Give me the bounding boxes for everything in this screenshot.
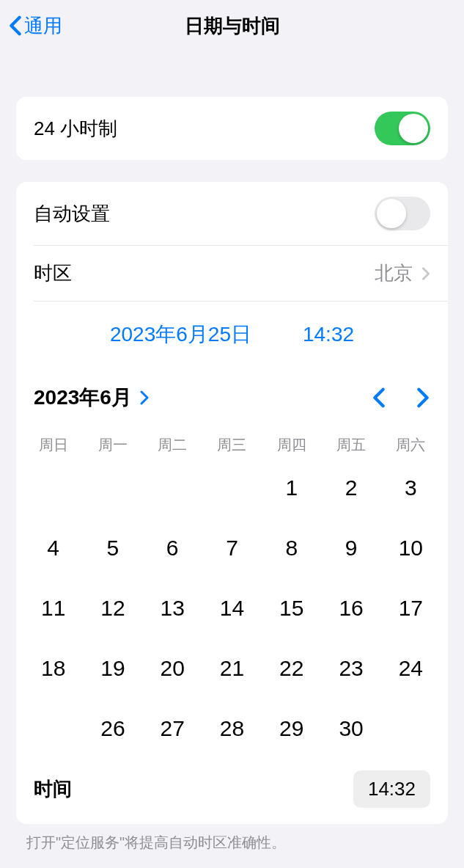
- weekday-label: 周二: [143, 431, 202, 459]
- day-empty: [143, 467, 202, 509]
- day-cell[interactable]: 6: [143, 527, 202, 569]
- day-cell[interactable]: 22: [262, 647, 321, 690]
- timezone-row[interactable]: 时区 北京: [16, 246, 448, 301]
- next-month-button[interactable]: [416, 387, 430, 408]
- day-cell[interactable]: 4: [23, 527, 83, 569]
- day-empty: [202, 467, 262, 509]
- back-label: 通用: [24, 13, 62, 39]
- day-cell[interactable]: 30: [321, 707, 380, 750]
- time-row: 时间 14:32: [16, 757, 448, 824]
- time-picker-button[interactable]: 14:32: [353, 770, 430, 808]
- autoset-label: 自动设置: [34, 201, 110, 227]
- hour24-toggle[interactable]: [375, 112, 430, 145]
- day-cell[interactable]: 27: [143, 707, 202, 750]
- weekday-label: 周五: [321, 431, 380, 459]
- day-cell[interactable]: 18: [23, 647, 83, 690]
- day-cell[interactable]: 10: [381, 527, 441, 569]
- day-cell[interactable]: 23: [321, 647, 380, 690]
- month-picker-button[interactable]: 2023年6月: [34, 384, 150, 412]
- day-cell[interactable]: 9: [321, 527, 380, 569]
- day-cell[interactable]: 28: [202, 707, 262, 750]
- hour24-row: 24 小时制: [16, 97, 448, 160]
- day-cell[interactable]: 16: [321, 587, 380, 630]
- footer-note: 打开"定位服务"将提高自动时区准确性。: [0, 824, 464, 861]
- weekday-header: 周日周一周二周三周四周五周六: [16, 423, 448, 459]
- weekday-label: 周一: [83, 431, 142, 459]
- day-empty: [83, 467, 142, 509]
- chevron-right-icon: [139, 390, 150, 405]
- month-label: 2023年6月: [34, 384, 132, 412]
- datetime-display-row: 2023年6月25日 14:32: [16, 302, 448, 363]
- day-cell[interactable]: 13: [143, 587, 202, 630]
- autoset-row: 自动设置: [16, 182, 448, 245]
- day-cell[interactable]: 17: [381, 587, 441, 630]
- selected-time-value[interactable]: 14:32: [303, 323, 354, 346]
- day-cell[interactable]: 25: [23, 707, 83, 750]
- weekday-label: 周日: [23, 431, 83, 459]
- day-cell[interactable]: 19: [83, 647, 142, 690]
- timezone-value: 北京: [375, 260, 413, 286]
- chevron-right-icon: [421, 267, 430, 280]
- time-label: 时间: [34, 776, 72, 802]
- day-cell[interactable]: 3: [381, 467, 441, 509]
- weekday-label: 周四: [262, 431, 321, 459]
- prev-month-button[interactable]: [372, 387, 386, 408]
- selected-date-value[interactable]: 2023年6月25日: [110, 321, 251, 349]
- calendar-grid: 1234567891011121314151617181920212223242…: [16, 459, 448, 757]
- day-cell[interactable]: 5: [83, 527, 142, 569]
- day-cell[interactable]: 24: [381, 647, 441, 690]
- timezone-label: 时区: [34, 260, 72, 286]
- day-cell[interactable]: 1: [262, 467, 321, 509]
- hour24-label: 24 小时制: [34, 116, 117, 142]
- day-cell[interactable]: 12: [83, 587, 142, 630]
- page-title: 日期与时间: [185, 13, 280, 39]
- day-cell[interactable]: 2: [321, 467, 380, 509]
- day-cell[interactable]: 11: [23, 587, 83, 630]
- day-cell[interactable]: 21: [202, 647, 262, 690]
- day-cell[interactable]: 15: [262, 587, 321, 630]
- day-cell[interactable]: 7: [202, 527, 262, 569]
- back-button[interactable]: 通用: [9, 13, 62, 39]
- day-cell[interactable]: 29: [262, 707, 321, 750]
- weekday-label: 周六: [381, 431, 441, 459]
- weekday-label: 周三: [202, 431, 262, 459]
- day-cell[interactable]: 8: [262, 527, 321, 569]
- day-empty: [23, 467, 83, 509]
- day-cell[interactable]: 26: [83, 707, 142, 750]
- day-cell[interactable]: 14: [202, 587, 262, 630]
- day-cell[interactable]: 20: [143, 647, 202, 690]
- autoset-toggle[interactable]: [375, 197, 430, 230]
- chevron-left-icon: [9, 15, 22, 36]
